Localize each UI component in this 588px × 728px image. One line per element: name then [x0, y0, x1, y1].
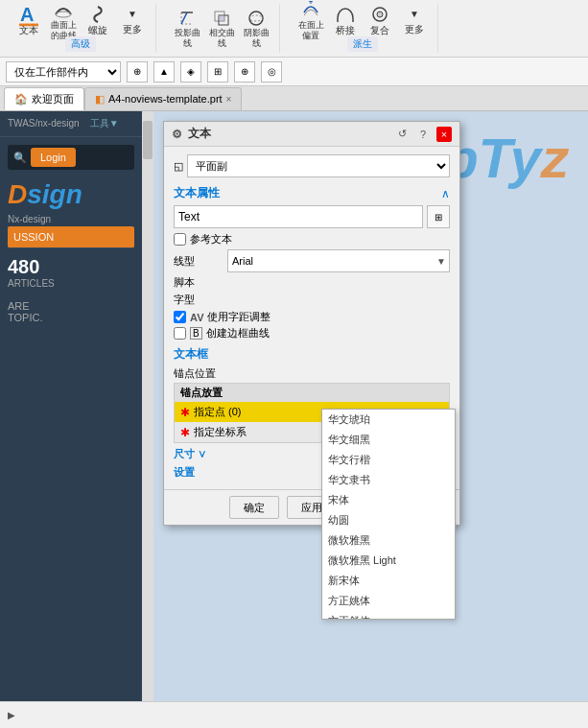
text-input-row: ⊞: [174, 205, 450, 228]
font-list-item[interactable]: 华文行楷: [322, 450, 455, 470]
sidebar-extra: ARE TOPIC.: [8, 300, 134, 323]
more1-icon: ▼: [123, 6, 142, 23]
text-frame-title: 文本框: [174, 346, 208, 363]
plane-row: ◱ 平面副: [174, 154, 450, 177]
intersection-curve-btn[interactable]: 相交曲线: [206, 13, 237, 44]
stat-label: ARTICLES: [8, 278, 134, 289]
plane-select[interactable]: 平面副: [187, 154, 450, 177]
text-properties-header: 文本属性 ∧: [174, 185, 450, 201]
text-props-arrow[interactable]: ∧: [441, 187, 450, 200]
scrollbar-vertical[interactable]: [142, 111, 153, 701]
project-curve-icon: [177, 9, 197, 28]
border-curve-checkbox[interactable]: [174, 327, 186, 340]
nav-discussion[interactable]: USSION: [8, 226, 134, 248]
more-btn-1[interactable]: ▼ 更多: [117, 6, 148, 36]
toolbar-scope-select[interactable]: 仅在工作部件内: [6, 61, 121, 82]
tab-file-label: A4-noviews-template.prt: [108, 93, 223, 105]
text-frame-header: 文本框: [174, 346, 450, 363]
font-list-item[interactable]: 华文细黑: [322, 430, 455, 450]
tab-close-icon[interactable]: ×: [226, 94, 232, 105]
composite-btn[interactable]: 复合: [365, 6, 395, 36]
tab-welcome[interactable]: 🏠 欢迎页面: [4, 87, 84, 110]
dialog-refresh-btn[interactable]: ↺: [394, 127, 410, 142]
font-btn-label: 文本: [19, 24, 38, 37]
toolbar-icons-row: A 文本 曲面上的曲线: [13, 6, 148, 36]
svg-point-2: [56, 12, 71, 17]
project-curve-label: 投影曲线: [172, 28, 202, 49]
plane-icon: ◱: [174, 160, 183, 173]
font-list-item[interactable]: 宋体: [322, 490, 455, 510]
svg-rect-5: [219, 15, 224, 21]
dialog-close-btn[interactable]: ×: [436, 127, 452, 142]
toolbar-row2: 仅在工作部件内 ⊕ ▲ ◈ ⊞ ⊕ ◎: [0, 57, 588, 85]
script-row: 脚本: [174, 275, 450, 290]
tab-file[interactable]: ◧ A4-noviews-template.prt ×: [84, 87, 242, 110]
font-icon-btn[interactable]: A 文本: [13, 6, 44, 36]
sidebar-brand-label: TWAS/nx-design: [8, 118, 80, 129]
dimension-arrow[interactable]: ∨: [198, 448, 206, 459]
shadow-curve-icon: [247, 9, 266, 28]
font-list-item[interactable]: 方正姚体: [322, 591, 455, 611]
text-icon-btn[interactable]: ⊞: [427, 205, 450, 228]
sidebar-topic-label: TOPIC.: [8, 312, 134, 323]
dialog-gear-icon: ⚙: [172, 128, 182, 141]
toolbar-section-curves: 投影曲线 相交曲线: [164, 4, 280, 53]
toolbar-area: A 文本 曲面上的曲线: [0, 0, 588, 86]
toolbar-small-btn-6[interactable]: ◎: [261, 61, 282, 82]
border-curve-row: B 创建边框曲线: [174, 326, 450, 341]
tab-bar: 🏠 欢迎页面 ◧ A4-noviews-template.prt ×: [0, 86, 588, 111]
font-select[interactable]: Arial: [227, 249, 450, 272]
toolbar-row1: A 文本 曲面上的曲线: [0, 0, 588, 57]
toolbar-icons-row3: 在面上偏置 桥接: [295, 6, 430, 36]
font-list-item[interactable]: 新宋体: [322, 571, 455, 591]
project-curve-btn[interactable]: 投影曲线: [172, 13, 202, 44]
more1-label: 更多: [123, 23, 142, 36]
more-btn-2[interactable]: ▼ 更多: [399, 6, 430, 36]
font-list-item[interactable]: 微软雅黑: [322, 530, 455, 551]
dialog-help-btn[interactable]: ?: [415, 127, 431, 142]
toolbar-section-surface: 在面上偏置 桥接: [288, 4, 438, 53]
toolbar-small-btn-1[interactable]: ⊕: [127, 61, 148, 82]
toolbar-small-btn-4[interactable]: ⊞: [207, 61, 228, 82]
toolbar-small-btn-5[interactable]: ⊕: [234, 61, 255, 82]
bridge-btn[interactable]: 桥接: [330, 6, 361, 36]
ok-button[interactable]: 确定: [229, 496, 279, 519]
sidebar-tools-btn[interactable]: 工具▼: [90, 118, 119, 129]
sidebar-search[interactable]: 🔍 Login: [8, 145, 134, 170]
logo-text: sign: [27, 179, 82, 210]
text-field[interactable]: [174, 205, 423, 228]
anchor-item2-label: 指定坐标系: [194, 425, 247, 439]
kerning-checkbox[interactable]: [174, 311, 186, 323]
border-icon: B: [190, 327, 202, 340]
nav-discussion-label: USSION: [13, 231, 54, 243]
login-button[interactable]: Login: [31, 148, 76, 167]
scrollbar-thumb: [143, 121, 153, 159]
toolbar-icons-row2: 投影曲线 相交曲线: [172, 13, 271, 44]
font-list-item[interactable]: 方正舒体: [322, 611, 455, 620]
ref-text-checkbox[interactable]: [174, 233, 186, 246]
toolbar-small-btn-2[interactable]: ▲: [153, 61, 175, 82]
helix-btn[interactable]: 螺旋: [82, 6, 113, 36]
sidebar-logo: D sign Nx-design: [8, 179, 134, 224]
bridge-label: 桥接: [336, 24, 355, 37]
status-text: ▶: [8, 710, 15, 720]
font-list-item[interactable]: 微软雅黑 Light: [322, 551, 455, 571]
anchor-placement-header: 锚点放置: [175, 384, 449, 402]
bg-text-area: bTy z: [444, 126, 569, 190]
login-btn[interactable]: Login: [31, 148, 76, 167]
left-sidebar: TWAS/nx-design 工具▼ 🔍 Login D sign Nx-des…: [0, 111, 142, 701]
helix-label: 螺旋: [88, 24, 107, 37]
dimension-title: 尺寸: [174, 448, 195, 459]
logo-initial: D: [8, 179, 27, 210]
font-list-item[interactable]: 华文琥珀: [322, 410, 455, 430]
font-list-item[interactable]: 华文隶书: [322, 470, 455, 490]
surface-offset-btn[interactable]: 在面上偏置: [295, 6, 326, 36]
shadow-curve-label: 阴影曲线: [241, 28, 271, 49]
tab-file-icon: ◧: [95, 93, 105, 106]
font-dropdown-container: Arial ▼: [227, 249, 450, 272]
font-list-item[interactable]: 幼圆: [322, 510, 455, 530]
curve-on-surface-btn[interactable]: 曲面上的曲线: [48, 6, 79, 36]
font-type-label: 字型: [174, 293, 222, 307]
toolbar-small-btn-3[interactable]: ◈: [180, 61, 201, 82]
shadow-curve-btn[interactable]: 阴影曲线: [241, 13, 271, 44]
